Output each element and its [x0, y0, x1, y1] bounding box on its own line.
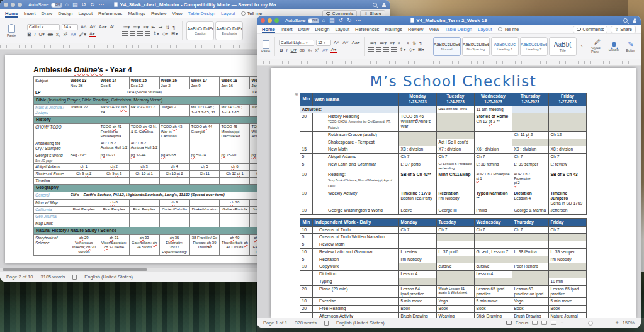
table-cell[interactable]: G: -ed ; Lesson 7 [475, 248, 512, 256]
tab-review[interactable]: Review [408, 25, 424, 33]
table-cell[interactable] [437, 278, 475, 285]
table-cell[interactable]: SB of S Ch 42** [399, 171, 437, 190]
table-cell[interactable]: L: 39 semper [549, 248, 587, 256]
tab-insert[interactable]: Insert [281, 25, 293, 33]
undo-icon[interactable]: ↺ [81, 2, 86, 8]
table-cell[interactable]: AC: Ch 2 Agrippa Hull 1/2 [129, 140, 159, 152]
tab-references[interactable]: References [98, 9, 122, 18]
print-layout-view-icon[interactable] [532, 321, 538, 325]
table-cell[interactable]: Stories of RomeCh 12 pt 2 ** [475, 113, 512, 131]
table-cell[interactable]: ch 35 Electricity; 36/37 Experimenting/ [159, 235, 189, 256]
word-count[interactable]: 328 words [295, 320, 317, 326]
search-icon[interactable] [623, 18, 628, 23]
proofing-icon[interactable] [72, 275, 77, 280]
table-cell[interactable]: X8 ; division [549, 146, 587, 154]
shrink-font-icon[interactable]: A˅ [89, 25, 96, 30]
topic-cell[interactable]: Robinson Crusoe (audio) [313, 131, 399, 139]
table-cell[interactable] [189, 214, 220, 220]
table-cell[interactable] [399, 278, 437, 285]
focus-icon[interactable] [506, 321, 512, 325]
paste-button[interactable]: Paste [4, 25, 19, 37]
table-cell[interactable]: Ch 7 [512, 226, 549, 234]
table-cell[interactable]: pg 45-58 [159, 152, 189, 164]
table-cell[interactable]: George & Martha [512, 207, 549, 215]
topic-cell[interactable]: Exercise [313, 298, 399, 306]
table-cell[interactable]: 5 min move [399, 298, 437, 306]
proofing-icon[interactable] [324, 321, 329, 326]
min-cell[interactable]: 10 [300, 263, 313, 271]
table-cell[interactable]: Poor Richard [512, 263, 549, 271]
table-cell[interactable]: TCOO ch 41 Franklin to Philadelphia [99, 124, 129, 140]
topic-cell[interactable]: Oceans of Truth [313, 226, 399, 234]
tab-review[interactable]: Review [151, 9, 167, 18]
grow-font-icon[interactable]: A˄ [333, 40, 340, 45]
close-button[interactable] [4, 3, 8, 7]
table-cell[interactable]: George III [437, 207, 475, 215]
line-spacing-icon[interactable]: ⇕▾ [398, 47, 406, 52]
align-left-icon[interactable] [368, 47, 374, 52]
table-cell[interactable]: X9 ; division [512, 146, 549, 154]
table-cell[interactable] [99, 214, 129, 220]
table-cell[interactable] [69, 200, 99, 207]
tab-home[interactable]: Home [5, 9, 18, 18]
table-cell[interactable]: Weaving [437, 312, 475, 318]
share-button[interactable]: ⇧Share [611, 26, 636, 33]
table-cell[interactable] [399, 139, 437, 146]
bold-button[interactable]: B [279, 48, 283, 53]
table-cell[interactable] [512, 278, 549, 285]
table-header-cell[interactable]: Week 18Jan 16 [220, 77, 250, 89]
table-cell[interactable] [399, 234, 437, 241]
table-cell[interactable] [475, 139, 512, 146]
table-cell[interactable] [512, 139, 549, 146]
min-cell[interactable]: 5 [300, 154, 313, 161]
subscript-button[interactable]: x₂ [307, 48, 313, 53]
topic-cell[interactable]: Dictation [313, 271, 399, 278]
table-cell[interactable] [475, 278, 512, 285]
tab-table-design[interactable]: Table Design [188, 9, 215, 18]
table-cell[interactable]: Brush Drawing [512, 312, 549, 318]
table-cell[interactable]: Lesson 4 [475, 271, 512, 278]
table-cell[interactable]: Mk 14:1-26 ; Jud 4:1-15 [220, 105, 250, 117]
table-cell[interactable]: SB of S Ch 43 [549, 171, 587, 190]
table-cell[interactable]: Act I Sc II cont'd [437, 139, 475, 146]
zoom-button[interactable] [274, 18, 279, 23]
table-cell[interactable] [129, 178, 159, 185]
italic-button[interactable]: I [285, 48, 288, 53]
zoom-level[interactable]: 150% [623, 320, 635, 326]
table-cell[interactable]: ch 6 [220, 164, 250, 171]
table-cell[interactable]: Timeline JuniperoSerra in SD 1769 [549, 190, 587, 207]
style-title[interactable]: AaBb(Title [549, 37, 577, 56]
table-cell[interactable] [399, 241, 437, 249]
superscript-button[interactable]: x² [315, 48, 320, 53]
topic-cell[interactable]: Recitation [313, 256, 399, 263]
topic-cell[interactable]: George Washington's World [313, 207, 399, 215]
save-icon[interactable]: ▤ [72, 2, 78, 8]
undo-icon[interactable]: ↺ [338, 18, 343, 23]
topic-cell[interactable]: New Latin and Grammar [313, 161, 399, 171]
document-area[interactable]: M’s School Checklist ⊞ MinWith MamaMonda… [257, 66, 641, 318]
table-cell[interactable] [220, 214, 250, 220]
table-cell[interactable]: ch 33 Caterpillars; ch 34 Storm [129, 235, 159, 256]
table-cell[interactable]: pg 75-90 [220, 152, 250, 164]
font-name-select[interactable]: Calibri▾ [27, 24, 60, 30]
multilevel-icon[interactable]: ≡▾ [389, 41, 395, 46]
table-cell[interactable]: Lesson 65 ipadpractice [475, 285, 512, 297]
min-cell[interactable]: 20 [300, 113, 313, 131]
table-handle-icon[interactable]: ⊞ [295, 93, 298, 98]
table-cell[interactable]: Stick Drawing [475, 312, 512, 318]
table-cell[interactable] [69, 178, 99, 185]
topic-cell[interactable]: Copywork [313, 263, 399, 271]
table-cell[interactable]: Drake/Vizcaino [189, 207, 220, 214]
tab-mailings[interactable]: Mailings [128, 9, 145, 18]
topic-cell[interactable]: Free Reading [313, 305, 399, 312]
table-cell[interactable]: Mk 10:17-46 ; Jud 3:7-15, 31 [189, 105, 220, 117]
table-cell[interactable] [512, 113, 549, 131]
row-label-cell[interactable]: Answering the Cry / Stamped [34, 140, 69, 152]
table-cell[interactable]: Yoga [512, 298, 549, 306]
minimize-button[interactable] [268, 18, 272, 23]
table-cell[interactable] [159, 140, 189, 152]
table-cell[interactable]: Galvez/Portola [220, 207, 250, 214]
comments-button[interactable]: Comments [573, 26, 608, 33]
borders-icon[interactable]: ⊞▾ [171, 31, 178, 37]
table-cell[interactable]: I'm Nobody [399, 256, 437, 263]
